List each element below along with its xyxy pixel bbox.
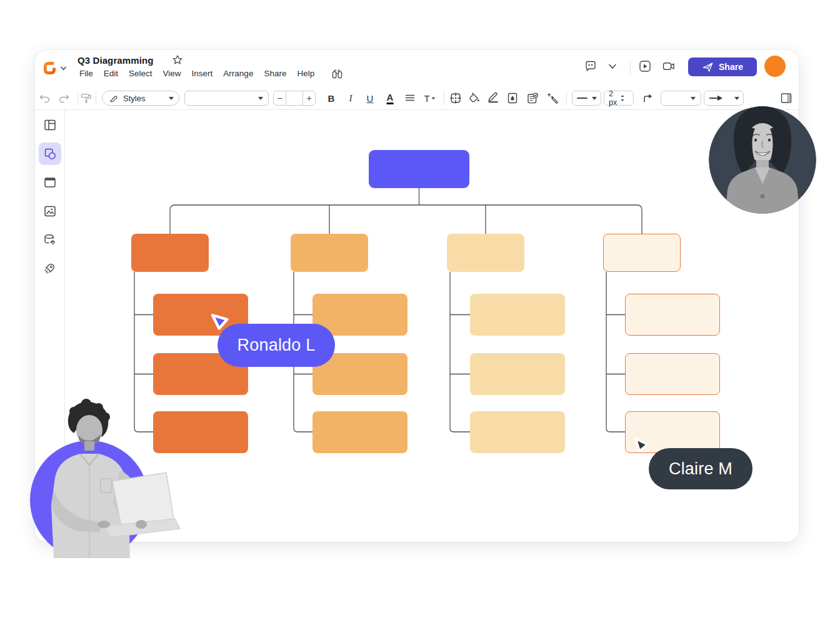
collaborator-label: Ronaldo L xyxy=(218,324,335,367)
org-node[interactable] xyxy=(625,294,720,336)
woman-avatar-photo xyxy=(706,101,820,215)
org-node[interactable] xyxy=(470,353,565,395)
cursor-pointer-icon xyxy=(632,436,651,454)
org-node[interactable] xyxy=(447,234,524,272)
org-node[interactable] xyxy=(625,353,720,395)
org-node[interactable] xyxy=(603,234,681,272)
man-with-laptop-photo xyxy=(25,396,181,560)
org-node[interactable] xyxy=(470,411,565,453)
collaborator-name: Ronaldo L xyxy=(238,336,316,355)
org-node[interactable] xyxy=(470,294,565,336)
org-node[interactable] xyxy=(312,411,408,453)
org-chart-root-node[interactable] xyxy=(369,150,469,188)
collaborator-name: Claire M xyxy=(669,459,732,479)
org-node[interactable] xyxy=(291,234,368,272)
org-node[interactable] xyxy=(131,234,209,272)
collaborator-label: Claire M xyxy=(649,448,752,489)
page: Q3 Diagramming File Edit Select View Ins… xyxy=(0,0,840,620)
